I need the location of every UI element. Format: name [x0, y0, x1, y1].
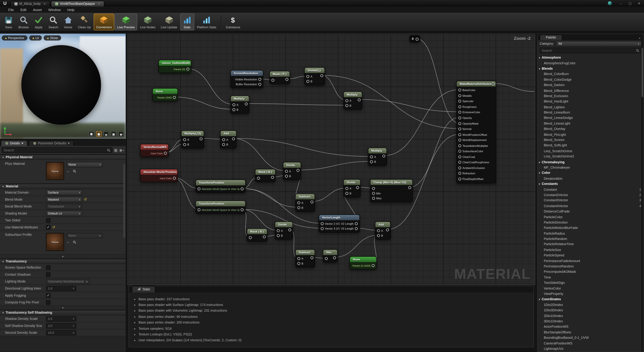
- graph-node-m1-multiply[interactable]: MultiplyAB: [230, 96, 250, 114]
- output-pin[interactable]: [355, 222, 358, 225]
- input-pin[interactable]: [377, 229, 380, 232]
- spinner-arrows-icon[interactable]: ▲▼: [73, 324, 74, 327]
- input-pin[interactable]: [272, 79, 274, 81]
- palette-item-particlerandom[interactable]: ParticleRandom: [538, 236, 644, 242]
- input-pin[interactable]: [198, 208, 200, 211]
- graph-node-s1-subtract[interactable]: SubtractAB: [295, 193, 315, 212]
- menu-file[interactable]: File: [5, 7, 17, 11]
- dropdown[interactable]: Default Lit▾: [46, 211, 82, 216]
- toolbar-platform-stats-button[interactable]: Platform Stats: [194, 13, 219, 30]
- palette-item-blend-linearlight[interactable]: Blend_LinearLight: [538, 121, 644, 126]
- section-header-translucency-self-shadowing[interactable]: ▾Translucency Self Shadowing: [0, 310, 126, 315]
- toolbar-clean-up-button[interactable]: Clean Up: [76, 13, 93, 30]
- input-pin[interactable]: [458, 172, 461, 175]
- palette-scrollbar[interactable]: [641, 34, 644, 352]
- palette-item-camerapositionws[interactable]: CameraPositionWS: [538, 341, 644, 346]
- input-pin[interactable]: [297, 262, 300, 265]
- input-pin[interactable]: [232, 103, 235, 106]
- graph-node-sres-screenresolution[interactable]: ScreenResolutionVisible ResolutionBuffer…: [230, 70, 263, 88]
- palette-category-constants[interactable]: ▾Constants: [538, 181, 644, 187]
- reset-to-default-icon[interactable]: ↺: [52, 225, 55, 229]
- dropdown[interactable]: None▾: [66, 162, 103, 167]
- filter-grid-icon[interactable]: ▦: [114, 148, 118, 152]
- palette-search-box[interactable]: [540, 48, 642, 53]
- palette-item-particlemotionblurfade[interactable]: ParticleMotionBlurFade: [538, 225, 644, 231]
- palette-category-atmosphere[interactable]: ▾Atmosphere: [538, 55, 644, 60]
- section-header-physical-material[interactable]: ▾Physical Material: [0, 155, 126, 160]
- number-field[interactable]: 10.0▲▼: [46, 330, 76, 335]
- checkbox[interactable]: [46, 272, 50, 277]
- palette-item-actorpositionws[interactable]: ActorPositionWS: [538, 324, 644, 330]
- viewport-lit-button[interactable]: ◆Lit: [29, 35, 42, 41]
- input-pin[interactable]: [285, 175, 288, 177]
- output-pin[interactable]: [416, 37, 418, 40]
- input-pin[interactable]: [183, 143, 186, 146]
- palette-item-constant2vector[interactable]: Constant2Vector2: [538, 192, 644, 198]
- visibility-eye-icon[interactable]: ◉▾: [119, 148, 124, 152]
- graph-node-m3-multiply[interactable]: MultiplyAB: [368, 148, 387, 166]
- input-pin[interactable]: [370, 155, 373, 158]
- graph-node-vl-vectorlength[interactable]: VectorLengthVector 2 (V2)V2 LengthVector…: [319, 214, 360, 233]
- input-pin[interactable]: [458, 177, 461, 180]
- output-pin[interactable]: [372, 264, 374, 267]
- input-pin[interactable]: [458, 155, 461, 158]
- palette-item-time[interactable]: Time: [538, 275, 644, 280]
- use-selected-asset-icon[interactable]: ←: [66, 169, 70, 173]
- input-pin[interactable]: [257, 176, 260, 179]
- browse-asset-icon[interactable]: [72, 169, 76, 173]
- number-field[interactable]: 0.5▲▼: [46, 316, 76, 321]
- palette-item-1dto2dindex[interactable]: 1Dto2DIndex: [538, 302, 644, 308]
- window-tab-m-alicia-body[interactable]: M_Alicia_body✕: [10, 1, 50, 6]
- graph-node-s2-subtract[interactable]: SubtractAB: [295, 249, 315, 267]
- graph-node-cl-clamp-min-0-max-10[interactable]: Clamp (Min=0) (Max=10)MinMax: [370, 179, 413, 202]
- palette-item-perinstancerandom[interactable]: PerInstanceRandom: [538, 264, 644, 269]
- input-pin[interactable]: [458, 100, 461, 103]
- palette-item-blend-pinlight[interactable]: Blend_PinLight: [538, 132, 644, 137]
- graph-node-a2-add[interactable]: AddAB: [375, 221, 390, 239]
- dropdown[interactable]: Volumetric NonDirectional▾: [46, 279, 90, 284]
- palette-item-lerp-scratchgrime2[interactable]: Lerp_ScratchGrime2: [538, 154, 644, 159]
- palette-category-chromakeying[interactable]: ▾Chromakeying: [538, 159, 644, 165]
- input-pin[interactable]: [277, 234, 280, 237]
- input-pin[interactable]: [458, 144, 461, 147]
- reset-to-default-icon[interactable]: ↺: [84, 197, 87, 201]
- menu-window[interactable]: Window: [45, 7, 64, 11]
- toolbar-live-nodes-button[interactable]: Live Nodes: [138, 13, 158, 30]
- stats-tab[interactable]: Stats: [132, 286, 155, 292]
- input-pin[interactable]: [321, 222, 324, 225]
- palette-search-input[interactable]: [542, 49, 636, 52]
- input-pin[interactable]: [232, 108, 235, 111]
- graph-node-awp-absolute-world-position[interactable]: Absolute World PositionInput Data: [140, 169, 178, 182]
- palette-tab[interactable]: Palette: [540, 34, 562, 40]
- toolbar-search-button[interactable]: Search: [46, 13, 61, 30]
- input-pin[interactable]: [306, 80, 309, 83]
- dropdown[interactable]: None▾: [66, 233, 103, 238]
- checkbox[interactable]: [46, 300, 50, 304]
- section-expander[interactable]: ▼: [0, 255, 126, 259]
- graph-node-mb1-mask-b[interactable]: Mask ( B ): [255, 169, 276, 182]
- input-pin[interactable]: [372, 197, 375, 199]
- input-pin[interactable]: [458, 133, 461, 136]
- graph-node-tp2-transformposition[interactable]: TransformPositionAbsolute World Space to…: [196, 201, 246, 214]
- input-pin[interactable]: [277, 229, 280, 232]
- input-pin[interactable]: [458, 111, 461, 114]
- output-pin[interactable]: [173, 176, 176, 179]
- spinner-arrows-icon[interactable]: ▲▼: [73, 317, 74, 320]
- input-pin[interactable]: [346, 99, 348, 102]
- number-field[interactable]: 1.0▲▼: [46, 286, 76, 291]
- palette-item-boundingboxbased-0-1-uvw[interactable]: BoundingBoxBased_0-1_UVW: [538, 335, 644, 341]
- input-pin[interactable]: [458, 139, 461, 142]
- palette-item-particledirection[interactable]: ParticleDirection: [538, 220, 644, 225]
- input-pin[interactable]: [321, 227, 324, 230]
- palette-item-particlecolor[interactable]: ParticleColor: [538, 214, 644, 220]
- unreal-logo-icon[interactable]: U: [0, 0, 10, 6]
- use-selected-asset-icon[interactable]: ←: [66, 240, 70, 244]
- minimize-button[interactable]: –: [617, 1, 625, 6]
- input-pin[interactable]: [222, 143, 225, 146]
- input-pin[interactable]: [183, 138, 186, 141]
- input-pin[interactable]: [458, 94, 461, 97]
- spinner-arrows-icon[interactable]: ▲▼: [73, 287, 74, 290]
- toolbar-browse-button[interactable]: Browse: [16, 13, 31, 30]
- graph-node-dA-divide[interactable]: DivideAB: [283, 162, 301, 180]
- palette-item-viewproperty[interactable]: ViewProperty: [538, 291, 644, 297]
